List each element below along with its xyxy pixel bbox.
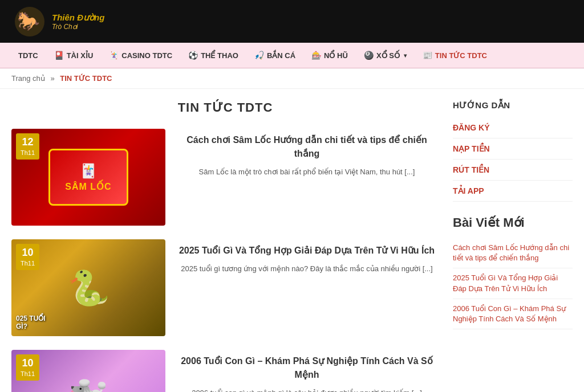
cards-icon: 🃏 [80,163,97,179]
banca-icon: 🎣 [254,51,264,60]
article-excerpt: 2006 tuổi con gì và mệnh gì là câu hỏi đ… [175,387,439,392]
nav-item-xoso[interactable]: 🎱 XỔ SỐ ▾ [357,43,413,68]
article-thumbnail[interactable]: 12 Th11 🃏 SÂM LỐC [11,129,165,226]
page-title: TIN TỨC TDTC [11,100,439,115]
sidebar-post-link-3[interactable]: 2006 Tuổi Con Gì – Khám Phá Sự Nghiệp Tí… [453,299,573,329]
logo-line1: Thiên Đường [52,13,104,23]
nohu-icon: 🎰 [311,51,321,60]
nav-label: XỔ SỐ [376,51,400,60]
nav-item-banca[interactable]: 🎣 BẮN CÁ [248,43,302,68]
sidebar-guide-heading: HƯỚNG DẪN [453,100,573,111]
nav-label: TIN TỨC TDTC [435,51,487,60]
date-badge: 12 Th11 [16,133,39,160]
sidebar-link-ruttien[interactable]: RÚT TIỀN [453,160,573,181]
sidebar-guide-section: HƯỚNG DẪN ĐĂNG KÝ NẠP TIỀN RÚT TIỀN TẢI … [453,100,573,202]
breadcrumb-sep: » [50,74,54,83]
snake-icon: 🐍 [67,268,110,308]
nav-item-nohu[interactable]: 🎰 NỔ HŨ [305,43,355,68]
article-card: 10 Th11 006 TUỔICON GÌ? 🐩 2006 Tuổi Con … [11,350,439,392]
article-thumbnail[interactable]: 10 Th11 025 TUỔIGÌ? 🐍 [11,239,165,336]
nav-label: BẮN CÁ [267,51,295,60]
content-area: TIN TỨC TDTC 12 Th11 🃏 SÂM LỐC Cách chơi… [11,100,439,392]
nav-item-tdtc[interactable]: TDTC [11,43,45,68]
chevron-down-icon: ▾ [404,52,407,59]
sidebar-link-dangky[interactable]: ĐĂNG KÝ [453,117,573,138]
sidebar: HƯỚNG DẪN ĐĂNG KÝ NẠP TIỀN RÚT TIỀN TẢI … [453,100,573,392]
date-badge: 10 Th11 [16,244,39,270]
article-title[interactable]: Cách chơi Sâm Lốc Hướng dẫn chi tiết và … [175,133,439,161]
article-excerpt: Sâm Lốc là một trò chơi bài rất phổ biến… [175,166,439,178]
main-container: TIN TỨC TDTC 12 Th11 🃏 SÂM LỐC Cách chơi… [0,89,584,392]
casino-icon: 🃏 [109,51,119,60]
article-info: 2006 Tuổi Con Gì – Khám Phá Sự Nghiệp Tí… [175,350,439,392]
logo-text-block: Thiên Đường Trò Chơi [52,13,104,31]
logo-icon: 🐎 [11,6,48,37]
header: 🐎 Thiên Đường Trò Chơi [0,0,584,43]
sidebar-post-link-1[interactable]: Cách chơi Sâm Lốc Hướng dẫn chi tiết và … [453,238,573,268]
logo-line2: Trò Chơi [52,23,104,31]
thumb-inner: 🃏 SÂM LỐC [48,149,128,206]
nav-item-tintuc[interactable]: 📰 TIN TỨC TDTC [416,43,494,68]
sidebar-post-link-2[interactable]: 2025 Tuổi Gì Và Tổng Hợp Giải Đáp Dựa Tr… [453,268,573,299]
article-title[interactable]: 2006 Tuổi Con Gì – Khám Phá Sự Nghiệp Tí… [175,354,439,382]
article-excerpt: 2025 tuổi gì tương ứng với mệnh nào? Đây… [175,263,439,275]
breadcrumb-current: TIN TỨC TDTC [60,74,112,83]
sidebar-new-posts-heading: Bài Viết Mới [453,215,573,230]
xoso-icon: 🎱 [364,51,374,60]
article-info: Cách chơi Sâm Lốc Hướng dẫn chi tiết và … [175,129,439,226]
breadcrumb: Trang chủ » TIN TỨC TDTC [0,68,584,89]
nav-item-thethao[interactable]: ⚽ THỂ THAO [181,43,245,68]
article-info: 2025 Tuổi Gì Và Tổng Hợp Giải Đáp Dựa Tr… [175,239,439,336]
article-title[interactable]: 2025 Tuổi Gì Và Tổng Hợp Giải Đáp Dựa Tr… [175,244,439,258]
logo[interactable]: 🐎 Thiên Đường Trò Chơi [11,6,104,37]
date-badge: 10 Th11 [16,354,39,381]
breadcrumb-home[interactable]: Trang chủ [11,74,45,83]
nav-item-taixiu[interactable]: 🎴 TÀI XỈU [47,43,100,68]
tintuc-icon: 📰 [423,51,432,60]
nav-label: TDTC [18,51,38,60]
dog-icon: 🐩 [67,378,110,393]
nav-bar: TDTC 🎴 TÀI XỈU 🃏 CASINO TDTC ⚽ THỂ THAO … [0,43,584,68]
sidebar-link-naptien[interactable]: NẠP TIỀN [453,138,573,160]
thumb-label: 025 TUỔIGÌ? [16,315,46,330]
sidebar-link-taiapp[interactable]: TẢI APP [453,181,573,202]
nav-label: NỔ HŨ [324,51,348,60]
thethao-icon: ⚽ [188,51,198,60]
article-card: 12 Th11 🃏 SÂM LỐC Cách chơi Sâm Lốc Hướn… [11,129,439,226]
article-card: 10 Th11 025 TUỔIGÌ? 🐍 2025 Tuổi Gì Và Tổ… [11,239,439,336]
article-thumbnail[interactable]: 10 Th11 006 TUỔICON GÌ? 🐩 [11,350,165,392]
svg-text:🐎: 🐎 [17,10,40,32]
nav-label: THỂ THAO [201,51,238,60]
sidebar-newposts-section: Bài Viết Mới Cách chơi Sâm Lốc Hướng dẫn… [453,215,573,329]
sam-loc-label: SÂM LỐC [65,181,111,192]
nav-label: TÀI XỈU [67,51,94,60]
taixiu-icon: 🎴 [54,51,64,60]
nav-label: CASINO TDTC [121,51,172,60]
nav-item-casino[interactable]: 🃏 CASINO TDTC [102,43,179,68]
